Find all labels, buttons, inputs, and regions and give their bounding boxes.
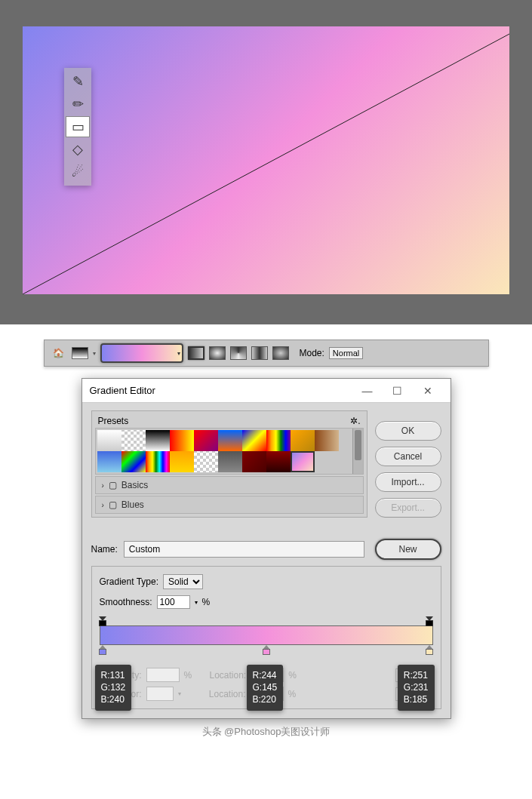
gradient-settings: Gradient Type: Solid Smoothness: ▾ % R:1… xyxy=(91,566,441,709)
rgb-tooltip: R:244G:145B:220 xyxy=(247,665,284,711)
preset-swatch[interactable] xyxy=(218,451,242,472)
blur-tool-icon[interactable]: ☄ xyxy=(66,161,90,183)
color-stop[interactable] xyxy=(263,645,270,654)
folder-icon: ▢ xyxy=(109,499,117,510)
preset-swatch[interactable] xyxy=(242,430,266,451)
preset-swatch[interactable] xyxy=(242,451,266,472)
smudge-tool-icon[interactable]: ✏ xyxy=(66,94,90,115)
gradient-name-input[interactable] xyxy=(124,541,364,558)
home-icon[interactable]: 🏠 xyxy=(51,345,67,361)
preset-grid xyxy=(95,428,364,475)
location-label: Location: xyxy=(186,689,246,699)
preset-swatch[interactable] xyxy=(315,430,339,451)
preset-swatch[interactable] xyxy=(97,430,121,451)
preset-swatch[interactable] xyxy=(291,451,315,472)
preset-swatch[interactable] xyxy=(266,451,291,472)
options-bar: 🏠 ▾ ▾ Mode: Normal xyxy=(44,340,489,367)
close-icon[interactable]: ✕ xyxy=(413,385,443,397)
watermark-text: 头条 @Photoshop美图设计师 xyxy=(0,725,532,745)
maximize-icon[interactable]: ☐ xyxy=(383,385,413,397)
gradient-ramp[interactable] xyxy=(100,616,433,654)
presets-panel: Presets ✲. xyxy=(91,410,367,518)
rgb-tooltip: R:251G:231B:185 xyxy=(398,665,435,711)
preset-swatch[interactable] xyxy=(170,430,194,451)
color-stop[interactable] xyxy=(99,645,106,654)
preset-swatch[interactable] xyxy=(218,430,242,451)
rgb-tooltip: R:131G:132B:240 xyxy=(95,665,132,711)
brush-tool-icon[interactable]: ✎ xyxy=(66,71,90,92)
swatch-caret-icon[interactable]: ▾ xyxy=(93,350,96,357)
diamond-gradient-button[interactable] xyxy=(272,346,289,360)
location-label: Location: xyxy=(196,670,246,681)
opacity-value-input xyxy=(146,668,180,682)
window-titlebar[interactable]: Gradient Editor — ☐ ✕ xyxy=(82,379,451,403)
smoothness-input[interactable] xyxy=(157,595,190,609)
paint-bucket-tool-icon[interactable]: ◇ xyxy=(66,139,90,160)
gradient-canvas[interactable]: + ✎ ✏ ▭ ◇ ☄ xyxy=(23,26,509,294)
preset-swatch[interactable] xyxy=(121,430,146,451)
cancel-button[interactable]: Cancel xyxy=(375,447,441,466)
preset-folder-blues[interactable]: › ▢ Blues xyxy=(95,496,364,514)
canvas-workspace: + ✎ ✏ ▭ ◇ ☄ xyxy=(0,0,532,324)
preset-swatch[interactable] xyxy=(170,451,194,472)
gradient-tool-icon[interactable]: ▭ xyxy=(66,116,90,137)
folder-icon: ▢ xyxy=(109,480,117,490)
preset-scrollbar[interactable] xyxy=(352,429,363,474)
svg-line-0 xyxy=(23,34,509,294)
caret-down-icon: ▾ xyxy=(178,690,181,697)
name-label: Name: xyxy=(91,544,118,555)
new-button[interactable]: New xyxy=(375,539,441,560)
linear-gradient-button[interactable] xyxy=(188,346,204,360)
preset-swatch[interactable] xyxy=(121,451,146,472)
gradient-type-label: Gradient Type: xyxy=(100,576,159,587)
preset-swatch[interactable] xyxy=(266,430,291,451)
minimize-icon[interactable]: — xyxy=(352,385,383,397)
tool-flyout: ✎ ✏ ▭ ◇ ☄ xyxy=(64,68,91,186)
radial-gradient-button[interactable] xyxy=(209,346,226,360)
drag-line: + xyxy=(23,26,509,294)
preset-swatch[interactable] xyxy=(146,451,170,472)
gradient-type-select[interactable]: Solid xyxy=(163,574,203,589)
preset-swatch[interactable] xyxy=(146,430,170,451)
import-button[interactable]: Import... xyxy=(375,472,441,492)
blend-mode-select[interactable]: Normal xyxy=(329,347,363,359)
reflected-gradient-button[interactable] xyxy=(251,346,268,360)
ok-button[interactable]: OK xyxy=(375,421,441,441)
caret-down-icon[interactable]: ▾ xyxy=(195,599,198,606)
mode-label: Mode: xyxy=(300,348,324,358)
preset-folder-basics[interactable]: › ▢ Basics xyxy=(95,476,364,494)
chevron-right-icon: › xyxy=(102,501,104,509)
foreground-swatch[interactable] xyxy=(72,347,88,359)
color-stop[interactable] xyxy=(426,645,433,654)
opacity-stop[interactable] xyxy=(99,616,106,625)
gear-icon[interactable]: ✲. xyxy=(350,416,360,426)
gradient-picker[interactable]: ▾ xyxy=(100,343,183,363)
preset-swatch[interactable] xyxy=(194,430,218,451)
presets-label: Presets xyxy=(98,416,129,426)
export-button: Export... xyxy=(375,498,441,518)
preset-swatch[interactable] xyxy=(291,430,315,451)
gradient-editor-window: Gradient Editor — ☐ ✕ Presets ✲. xyxy=(81,378,451,719)
angle-gradient-button[interactable] xyxy=(230,346,247,360)
caret-down-icon: ▾ xyxy=(177,350,180,357)
preset-swatch[interactable] xyxy=(194,451,218,472)
color-swatch-input xyxy=(146,687,174,701)
opacity-stop[interactable] xyxy=(426,616,433,625)
smoothness-label: Smoothness: xyxy=(100,597,152,607)
chevron-right-icon: › xyxy=(102,481,104,490)
window-title: Gradient Editor xyxy=(90,385,155,396)
preset-swatch[interactable] xyxy=(97,451,121,472)
